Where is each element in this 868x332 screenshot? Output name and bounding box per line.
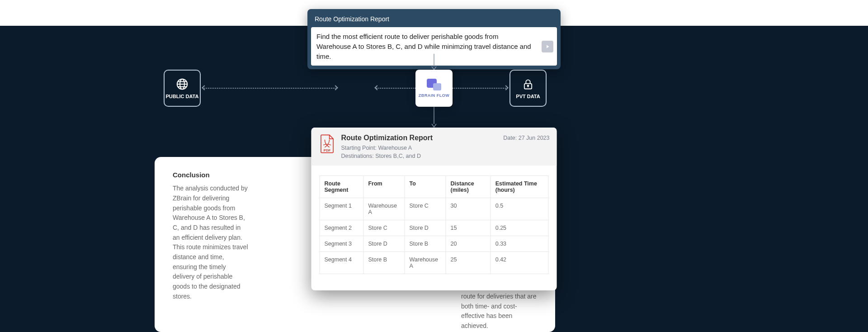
- table-cell: 0.5: [491, 198, 548, 220]
- pvt-data-node: PVT DATA: [509, 70, 547, 107]
- table-cell: Store D: [363, 236, 405, 252]
- pvt-data-label: PVT DATA: [516, 94, 540, 99]
- conclusion-column: Conclusion The analysis conducted by ZBr…: [173, 170, 249, 331]
- svg-text:PDF: PDF: [324, 148, 331, 152]
- table-cell: Segment 1: [320, 198, 363, 220]
- table-cell: 0.25: [491, 220, 548, 236]
- zbrain-logo-icon: [427, 79, 441, 90]
- table-cell: Store D: [405, 220, 446, 236]
- table-header: To: [405, 176, 446, 198]
- report-dest: Destinations: Stores B,C, and D: [341, 152, 433, 160]
- zbrain-flow-label: ZBRAIN FLOW: [419, 93, 450, 98]
- table-cell: Warehouse A: [363, 198, 405, 220]
- table-cell: Segment 3: [320, 236, 363, 252]
- zbrain-flow-node: ZBRAIN FLOW: [415, 70, 453, 107]
- table-cell: Store B: [405, 236, 446, 252]
- report-date: Date: 27 Jun 2023: [503, 135, 549, 141]
- connector-public-to-flow: [203, 88, 337, 89]
- prompt-title: Route Optimization Report: [311, 13, 557, 27]
- table-cell: 25: [446, 252, 491, 274]
- report-start: Starting Point: Warehouse A: [341, 144, 433, 152]
- table-cell: Segment 2: [320, 220, 363, 236]
- pdf-icon: PDF: [320, 134, 335, 154]
- table-cell: Store C: [363, 220, 405, 236]
- table-row: Segment 4Store BWarehouse A250.42: [320, 252, 548, 274]
- report-header: PDF Route Optimization Report Starting P…: [311, 128, 557, 166]
- table-row: Segment 2Store CStore D150.25: [320, 220, 548, 236]
- table-cell: Segment 4: [320, 252, 363, 274]
- report-title: Route Optimization Report: [341, 134, 433, 142]
- table-row: Segment 1Warehouse AStore C300.5: [320, 198, 548, 220]
- table-cell: 20: [446, 236, 491, 252]
- table-header: Distance (miles): [446, 176, 491, 198]
- conclusion-text: The analysis conducted by ZBrain for del…: [173, 184, 249, 301]
- report-card: PDF Route Optimization Report Starting P…: [311, 128, 557, 290]
- table-header: Estimated Time (hours): [491, 176, 548, 198]
- table-cell: Store C: [405, 198, 446, 220]
- table-cell: 0.42: [491, 252, 548, 274]
- table-header: Route Segment: [320, 176, 363, 198]
- table-row: Segment 3Store DStore B200.33: [320, 236, 548, 252]
- table-cell: 30: [446, 198, 491, 220]
- table-cell: Store B: [363, 252, 405, 274]
- send-button[interactable]: [542, 41, 553, 52]
- arrow-flow-to-report: [431, 107, 437, 128]
- play-icon: [545, 44, 550, 49]
- globe-icon: [175, 77, 189, 91]
- table-cell: 15: [446, 220, 491, 236]
- table-cell: Warehouse A: [405, 252, 446, 274]
- public-data-label: PUBLIC DATA: [166, 94, 199, 99]
- route-table: Route SegmentFromToDistance (miles)Estim…: [320, 175, 549, 274]
- arrow-prompt-to-flow: [431, 54, 437, 70]
- table-header: From: [363, 176, 405, 198]
- prompt-text[interactable]: Find the most efficient route to deliver…: [316, 32, 534, 61]
- lock-icon: [522, 77, 534, 91]
- public-data-node: PUBLIC DATA: [164, 70, 201, 107]
- table-cell: 0.33: [491, 236, 548, 252]
- conclusion-heading: Conclusion: [173, 170, 249, 180]
